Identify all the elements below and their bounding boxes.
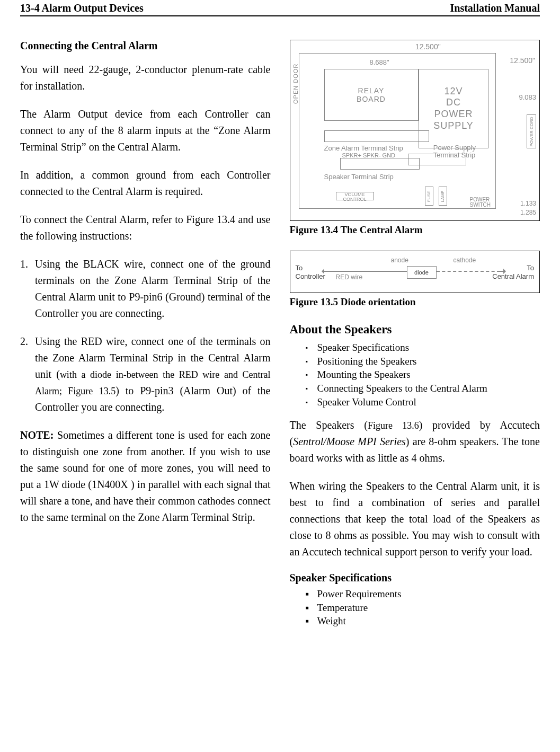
about-speakers-heading: About the Speakers xyxy=(290,323,540,337)
page: 13-4 Alarm Output Devices Installation M… xyxy=(0,0,560,658)
list-item: Power Requirements xyxy=(317,587,540,601)
alarm-output-paragraph: The Alarm Output device from each Contro… xyxy=(20,106,271,155)
speaker-strip-label: Speaker Terminal Strip xyxy=(324,173,394,181)
instruction-item-1: 1. Using the BLACK wire, connect one of … xyxy=(35,256,271,322)
cable-paragraph: You will need 22-gauge, 2-conductor plen… xyxy=(20,61,271,94)
relay-board: RELAY BOARD xyxy=(324,69,419,121)
speakers-topic-list: Speaker Specifications Positioning the S… xyxy=(290,341,540,409)
power-switch-label: POWER SWITCH xyxy=(470,197,491,208)
sp1em: Sentrol/Moose MPI Series xyxy=(293,436,406,447)
dim-1285: 1.285 xyxy=(520,208,536,217)
lamp: LAMP xyxy=(439,187,447,206)
list-item: Positioning the Speakers xyxy=(317,355,540,368)
to-central-alarm-label: To Central Alarm xyxy=(492,264,534,280)
instruction-list: 1. Using the BLACK wire, connect one of … xyxy=(20,256,271,415)
psu-l2: DC xyxy=(419,97,488,109)
power-supply: 12V DC POWER SUPPLY xyxy=(419,69,488,148)
dim-1133: 1.133 xyxy=(520,199,536,208)
psu-l1: 12V xyxy=(419,86,488,98)
toca2: Central Alarm xyxy=(492,272,534,281)
speakers-p1: The Speakers (Figure 13.6) provided by A… xyxy=(290,417,540,466)
psu-l4: SUPPLY xyxy=(419,120,488,132)
fuse: FUSE xyxy=(425,187,433,206)
red-wire-label: RED wire xyxy=(336,273,363,281)
speaker-strip xyxy=(340,158,420,170)
list-item: Temperature xyxy=(317,601,540,615)
speaker-spec-list: Power Requirements Temperature Weight xyxy=(290,587,540,628)
list-item: Mounting the Speakers xyxy=(317,368,540,382)
instructions-intro: To connect the Central Alarm, refer to F… xyxy=(20,211,271,244)
dashed-line xyxy=(437,271,500,272)
dim-9083: 9.083 xyxy=(519,93,536,101)
list-item: Connecting Speakers to the Central Alarm xyxy=(317,382,540,395)
header-left: 13-4 Alarm Output Devices xyxy=(20,2,144,14)
two-column-layout: Connecting the Central Alarm You will ne… xyxy=(20,40,540,636)
dim-right: 12.500" xyxy=(510,56,535,65)
psu-l3: POWER xyxy=(419,109,488,120)
sp1a: The Speakers ( xyxy=(290,419,368,431)
note-paragraph: NOTE: Sometimes a different tone is used… xyxy=(20,427,271,526)
connecting-heading: Connecting the Central Alarm xyxy=(20,40,271,52)
zone-alarm-strip xyxy=(324,130,429,142)
dim-top: 12.500" xyxy=(365,42,492,51)
pcord-label: POWER CORD xyxy=(529,117,534,146)
power-cord: POWER CORD xyxy=(527,114,536,148)
red-wire-line xyxy=(328,271,407,272)
power-supply-strip-label: Power Supply Terminal Strip xyxy=(433,144,476,160)
volume-control: VOLUME CONTROL xyxy=(336,192,374,200)
figure-13-4-caption: Figure 13.4 The Central Alarm xyxy=(290,224,540,236)
speaker-spec-heading: Speaker Specifications xyxy=(290,572,540,584)
figure-13-5-caption: Figure 13.5 Diode orientation xyxy=(290,296,540,308)
pstrip-l2: Terminal Strip xyxy=(433,152,476,159)
instruction-text-1: Using the BLACK wire, connect one of the… xyxy=(35,258,271,319)
note-label: NOTE: xyxy=(20,429,54,441)
common-ground-paragraph: In addition, a common ground from each C… xyxy=(20,167,271,200)
figure-13-5-diagram: To Controller To Central Alarm RED wire … xyxy=(290,251,540,293)
arrow-right-icon xyxy=(499,271,505,272)
diode-symbol: diode xyxy=(407,266,437,279)
relay-l1: RELAY xyxy=(325,86,418,95)
figure-13-5: To Controller To Central Alarm RED wire … xyxy=(290,251,540,308)
cathode-label: cathode xyxy=(454,256,476,264)
left-column: Connecting the Central Alarm You will ne… xyxy=(20,40,271,636)
speakers-p2: When wiring the Speakers to the Central … xyxy=(290,478,540,560)
zone-alarm-strip-label: Zone Alarm Terminal Strip xyxy=(324,144,403,152)
header-right: Installation Manual xyxy=(450,2,540,14)
relay-l2: BOARD xyxy=(325,95,418,103)
psw2: SWITCH xyxy=(470,202,491,208)
bottom-dims: 1.133 1.285 xyxy=(520,199,536,217)
arrow-left-icon xyxy=(322,271,328,272)
pstrip-l1: Power Supply xyxy=(433,144,476,152)
sp1sm: Figure 13.6 xyxy=(368,420,419,431)
instruction-number-2: 2. xyxy=(20,333,28,350)
list-item: Speaker Volume Control xyxy=(317,395,540,409)
lamp-label: LAMP xyxy=(440,190,445,202)
anode-label: anode xyxy=(391,256,408,264)
open-door-label: OPEN DOOR xyxy=(292,64,299,104)
right-column: 12.500" 12.500" 8.688" 9.083 OPEN DOOR R… xyxy=(290,40,540,636)
instruction-item-2: 2. Using the RED wire, connect one of th… xyxy=(35,333,271,415)
fuse-label: FUSE xyxy=(426,190,431,201)
instruction-number-1: 1. xyxy=(20,256,28,272)
figure-13-4-diagram: 12.500" 12.500" 8.688" 9.083 OPEN DOOR R… xyxy=(290,40,540,221)
list-item: Weight xyxy=(317,614,540,628)
figure-13-4: 12.500" 12.500" 8.688" 9.083 OPEN DOOR R… xyxy=(290,40,540,236)
page-header: 13-4 Alarm Output Devices Installation M… xyxy=(20,0,540,16)
note-text: Sometimes a different tone is used for e… xyxy=(20,429,271,523)
list-item: Speaker Specifications xyxy=(317,341,540,355)
